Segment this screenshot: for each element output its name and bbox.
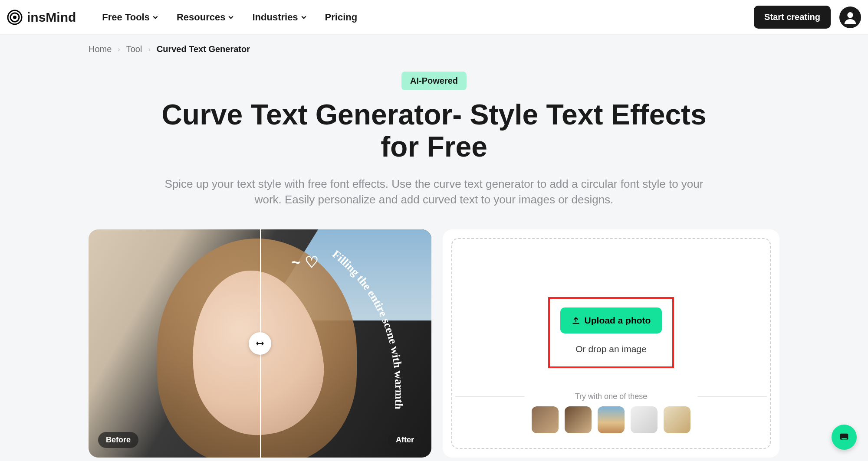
curved-text: Filling the entire scene with warmth	[330, 248, 405, 410]
sample-thumb-5[interactable]	[664, 406, 690, 433]
curved-text-overlay: Filling the entire scene with warmth	[314, 247, 418, 446]
sample-thumb-3[interactable]	[598, 406, 625, 433]
compare-slider-handle[interactable]	[249, 332, 271, 355]
nav-industries[interactable]: Industries	[252, 12, 306, 23]
nav-label: Industries	[252, 12, 298, 23]
nav-pricing[interactable]: Pricing	[325, 12, 358, 23]
upload-dropzone[interactable]: Upload a photo Or drop an image Try with…	[451, 238, 771, 449]
hero-section: AI-Powered Curve Text Generator- Style T…	[0, 54, 868, 208]
upload-icon	[572, 316, 580, 325]
before-after-compare[interactable]: ~ ♡ Filling the entire scene with warmth…	[89, 229, 431, 458]
sample-thumb-1[interactable]	[532, 406, 559, 433]
drop-image-text: Or drop an image	[575, 344, 646, 354]
chevron-right-icon: ›	[148, 46, 150, 53]
header-actions: Start creating	[754, 6, 861, 29]
person-icon	[843, 10, 857, 24]
main-content-row: ~ ♡ Filling the entire scene with warmth…	[0, 208, 868, 458]
breadcrumb-tool[interactable]: Tool	[126, 44, 142, 54]
nav-free-tools[interactable]: Free Tools	[102, 12, 158, 23]
svg-rect-6	[842, 438, 847, 439]
sample-thumb-2[interactable]	[565, 406, 592, 433]
chevron-down-icon	[152, 14, 158, 20]
primary-nav: Free Tools Resources Industries Pricing	[102, 12, 754, 23]
chevron-down-icon	[228, 14, 234, 20]
chevron-down-icon	[301, 14, 307, 20]
breadcrumb: Home › Tool › Curved Text Generator	[0, 35, 868, 54]
brand-logo[interactable]: insMind	[7, 10, 76, 25]
nav-resources[interactable]: Resources	[177, 12, 234, 23]
top-header: insMind Free Tools Resources Industries …	[0, 0, 868, 35]
arrows-horizontal-icon	[255, 338, 265, 349]
sample-thumbnails	[532, 406, 690, 433]
logo-text: insMind	[27, 10, 76, 25]
chat-icon	[838, 431, 850, 443]
user-avatar[interactable]	[839, 7, 861, 28]
sample-thumb-4[interactable]	[631, 406, 658, 433]
nav-label: Free Tools	[102, 12, 150, 23]
upload-callout-box: Upload a photo Or drop an image	[548, 297, 674, 368]
breadcrumb-current: Curved Text Generator	[157, 44, 250, 54]
start-creating-button[interactable]: Start creating	[754, 6, 831, 29]
page-title: Curve Text Generator- Style Text Effects…	[152, 99, 716, 163]
upload-button-label: Upload a photo	[585, 315, 651, 326]
upload-card: Upload a photo Or drop an image Try with…	[443, 229, 779, 458]
before-label: Before	[98, 432, 138, 448]
breadcrumb-home[interactable]: Home	[89, 44, 112, 54]
nav-label: Resources	[177, 12, 226, 23]
chevron-right-icon: ›	[118, 46, 120, 53]
samples-label: Try with one of these	[532, 392, 690, 401]
ai-powered-badge: AI-Powered	[401, 72, 467, 90]
sample-images-section: Try with one of these	[532, 392, 690, 433]
support-chat-button[interactable]	[832, 425, 857, 450]
svg-text:Filling the entire scene with : Filling the entire scene with warmth	[330, 248, 405, 410]
nav-label: Pricing	[325, 12, 358, 23]
svg-point-2	[13, 16, 16, 19]
upload-photo-button[interactable]: Upload a photo	[560, 307, 662, 333]
after-label: After	[388, 432, 422, 448]
page-subtitle: Spice up your text style with free font …	[156, 176, 712, 208]
logo-icon	[7, 10, 23, 25]
svg-point-3	[847, 12, 853, 18]
